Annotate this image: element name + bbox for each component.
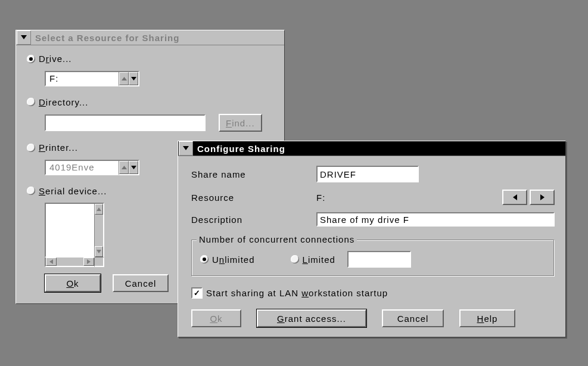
radio-bullet-icon	[27, 187, 35, 195]
radio-bullet-icon	[200, 255, 209, 263]
sharename-input[interactable]	[316, 166, 419, 182]
radio-drive[interactable]: Drive...	[27, 54, 72, 64]
start-at-startup-label: Start sharing at LAN workstation startup	[206, 288, 388, 298]
checkbox-icon: ✓	[191, 287, 203, 299]
configure-sharing-title: Configure Sharing	[194, 144, 285, 154]
radio-unlimited[interactable]: Unlimited	[200, 255, 255, 265]
radio-directory[interactable]: Directory...	[27, 97, 88, 107]
cancel-button[interactable]: Cancel	[113, 274, 169, 292]
description-label: Description	[191, 215, 316, 225]
configure-sharing-titlebar: Configure Sharing	[178, 141, 565, 156]
scroll-left-icon[interactable]	[46, 258, 57, 266]
grant-access-button[interactable]: Grant access...	[257, 309, 366, 327]
scroll-down-icon[interactable]	[95, 246, 103, 257]
system-menu-icon[interactable]	[179, 141, 193, 156]
ok-button[interactable]: Ok	[191, 309, 241, 327]
chevron-down-icon[interactable]	[129, 72, 138, 85]
scroll-right-icon[interactable]	[83, 258, 94, 266]
radio-bullet-icon	[27, 55, 35, 63]
chevron-up-icon[interactable]	[119, 161, 129, 174]
cancel-button[interactable]: Cancel	[382, 309, 444, 327]
sharename-label: Share name	[191, 169, 316, 179]
radio-directory-label: Directory...	[39, 97, 88, 107]
chevron-up-icon[interactable]	[119, 72, 129, 85]
limited-count-input[interactable]	[347, 251, 411, 268]
connections-groupbox: Number of concurrent connections Unlimit…	[191, 240, 555, 277]
directory-input[interactable]	[45, 114, 206, 131]
radio-drive-label: Drive...	[39, 54, 72, 64]
chevron-down-icon[interactable]	[129, 161, 138, 174]
radio-unlimited-label: Unlimited	[212, 255, 255, 265]
drive-selected-value: F:	[45, 71, 119, 86]
radio-bullet-icon	[291, 255, 299, 263]
printer-selected-value: 4019Enve	[45, 160, 119, 175]
ok-button[interactable]: Ok	[45, 274, 101, 292]
printer-combobox[interactable]: 4019Enve	[45, 160, 139, 175]
select-resource-titlebar: ▾ Select a Resource for Sharing	[16, 30, 284, 45]
radio-bullet-icon	[27, 98, 35, 106]
connections-legend: Number of concurrent connections	[197, 234, 357, 244]
help-button[interactable]: Help	[459, 309, 515, 327]
radio-limited[interactable]: Limited	[291, 255, 335, 265]
select-resource-title: Select a Resource for Sharing	[32, 33, 179, 43]
find-button[interactable]: Find...	[219, 114, 262, 132]
radio-limited-label: Limited	[303, 255, 335, 265]
horizontal-scrollbar[interactable]	[45, 258, 95, 267]
radio-serial-device[interactable]: Serial device...	[27, 186, 107, 196]
vertical-scrollbar[interactable]	[95, 203, 104, 258]
drive-combobox[interactable]: F:	[45, 71, 139, 86]
radio-printer[interactable]: Printer...	[27, 142, 78, 153]
description-input[interactable]	[316, 212, 555, 227]
resource-value: F:	[316, 193, 502, 203]
serial-device-listbox[interactable]	[45, 203, 104, 267]
system-menu-icon[interactable]: ▾	[17, 30, 31, 45]
resource-next-button[interactable]	[530, 190, 555, 205]
scroll-up-icon[interactable]	[95, 204, 103, 215]
resource-prev-button[interactable]	[502, 190, 527, 205]
radio-printer-label: Printer...	[39, 142, 78, 153]
listbox-area	[45, 203, 95, 258]
radio-serial-label: Serial device...	[39, 186, 107, 196]
configure-sharing-window: Configure Sharing Share name Resource F:…	[178, 141, 566, 337]
start-at-startup-checkbox[interactable]: ✓ Start sharing at LAN workstation start…	[191, 287, 388, 299]
resource-label: Resource	[191, 193, 316, 203]
radio-bullet-icon	[27, 144, 35, 152]
